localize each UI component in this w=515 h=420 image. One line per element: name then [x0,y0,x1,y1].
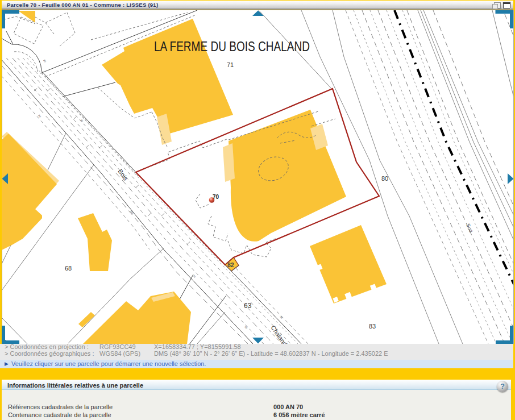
svg-text:38: 38 [279,315,283,319]
svg-text:68: 68 [65,265,72,272]
svg-text:Sud: Sud [465,223,474,234]
svg-text:24: 24 [192,275,196,278]
svg-text:82: 82 [227,261,234,268]
svg-text:LA FERME DU BOIS CHALAND: LA FERME DU BOIS CHALAND [154,39,310,54]
svg-text:248: 248 [129,210,134,215]
svg-text:50: 50 [244,326,248,330]
svg-text:80: 80 [381,175,388,182]
svg-text:83: 83 [369,323,376,330]
svg-text:63: 63 [244,302,252,310]
svg-text:Bois: Bois [117,168,129,182]
svg-text:70: 70 [213,194,219,200]
svg-text:25: 25 [43,59,47,63]
svg-text:71: 71 [227,61,234,68]
svg-text:Chaland: Chaland [269,324,288,344]
svg-text:30: 30 [80,119,84,123]
